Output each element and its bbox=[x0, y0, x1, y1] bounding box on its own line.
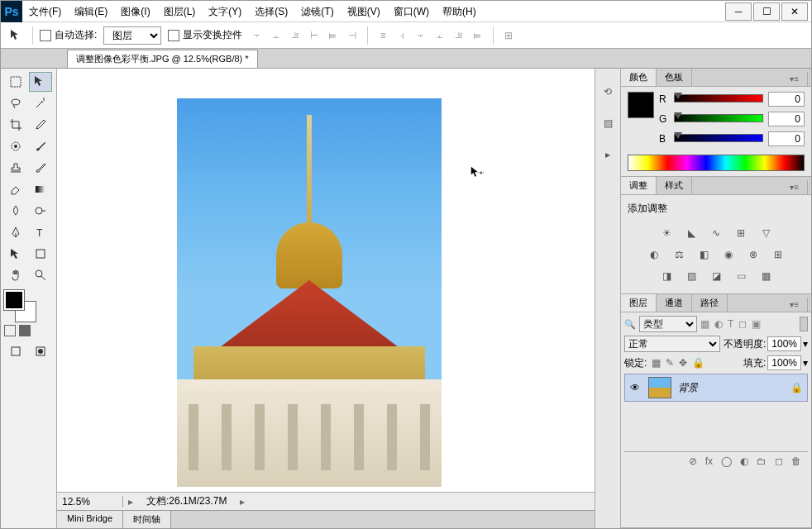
menu-edit[interactable]: 编辑(E) bbox=[68, 1, 114, 22]
gradient-tool[interactable] bbox=[29, 179, 52, 199]
opacity-dropdown-icon[interactable]: ▾ bbox=[803, 338, 808, 350]
wand-tool[interactable] bbox=[29, 93, 52, 113]
bw-icon[interactable]: ◧ bbox=[695, 247, 712, 262]
lock-position-icon[interactable]: ✥ bbox=[679, 357, 687, 369]
color-swatches[interactable] bbox=[4, 290, 36, 322]
pen-tool[interactable] bbox=[4, 222, 27, 242]
panel-menu-icon[interactable]: ▾≡ bbox=[781, 298, 808, 312]
layer-thumbnail[interactable] bbox=[648, 377, 671, 398]
tab-layers[interactable]: 图层 bbox=[621, 294, 657, 312]
tab-channels[interactable]: 通道 bbox=[657, 294, 692, 312]
menu-filter[interactable]: 滤镜(T) bbox=[294, 1, 340, 22]
screenmode-toggle[interactable] bbox=[19, 325, 31, 336]
filter-shape-icon[interactable]: ◻ bbox=[738, 318, 747, 330]
tab-color[interactable]: 颜色 bbox=[621, 69, 657, 86]
zoom-tool[interactable] bbox=[29, 265, 52, 285]
layer-fx-icon[interactable]: fx bbox=[705, 455, 713, 467]
tab-paths[interactable]: 路径 bbox=[692, 294, 728, 312]
hand-tool[interactable] bbox=[4, 265, 27, 285]
gradient-map-icon[interactable]: ▭ bbox=[733, 269, 749, 284]
menu-image[interactable]: 图像(I) bbox=[114, 1, 156, 22]
lock-all-icon[interactable]: 🔒 bbox=[692, 357, 705, 369]
history-panel-icon[interactable]: ⟲ bbox=[599, 83, 616, 100]
threshold-icon[interactable]: ◪ bbox=[708, 269, 724, 284]
lock-pixels-icon[interactable]: ✎ bbox=[666, 357, 674, 369]
history-brush-tool[interactable] bbox=[29, 158, 52, 178]
heal-tool[interactable] bbox=[4, 136, 27, 156]
auto-align-icon[interactable]: ⊞ bbox=[500, 27, 517, 44]
tab-mini-bridge[interactable]: Mini Bridge bbox=[57, 511, 123, 528]
shape-tool[interactable] bbox=[29, 244, 52, 264]
align-bottom-icon[interactable]: ⫡ bbox=[287, 27, 303, 44]
color-preview-swatch[interactable] bbox=[628, 92, 654, 118]
distribute-icon[interactable]: ⫞ bbox=[394, 27, 410, 44]
g-input[interactable] bbox=[768, 112, 805, 126]
blend-mode-select[interactable]: 正常 bbox=[624, 336, 720, 352]
layer-name[interactable]: 背景 bbox=[678, 381, 784, 395]
info-arrow-icon[interactable]: ▸ bbox=[235, 496, 250, 508]
g-slider[interactable] bbox=[674, 114, 763, 124]
b-slider[interactable] bbox=[674, 134, 763, 144]
document-info[interactable]: 文档:26.1M/23.7M bbox=[138, 494, 235, 508]
lasso-tool[interactable] bbox=[4, 93, 27, 113]
align-right-icon[interactable]: ⊣ bbox=[344, 27, 361, 44]
blur-tool[interactable] bbox=[4, 201, 27, 221]
filter-pixel-icon[interactable]: ▦ bbox=[700, 318, 709, 330]
photo-filter-icon[interactable]: ◉ bbox=[720, 247, 737, 262]
curves-icon[interactable]: ∿ bbox=[708, 226, 724, 241]
levels-icon[interactable]: ◣ bbox=[683, 226, 700, 241]
eraser-tool[interactable] bbox=[4, 179, 27, 199]
b-input[interactable] bbox=[768, 131, 805, 146]
posterize-icon[interactable]: ▨ bbox=[683, 269, 700, 284]
tab-swatches[interactable]: 色板 bbox=[657, 69, 692, 86]
path-select-tool[interactable] bbox=[4, 244, 27, 264]
foreground-color-swatch[interactable] bbox=[4, 290, 24, 310]
brush-tool[interactable] bbox=[29, 136, 52, 156]
type-tool[interactable]: T bbox=[29, 222, 52, 242]
delete-layer-icon[interactable]: 🗑 bbox=[791, 455, 801, 467]
opacity-value[interactable]: 100% bbox=[767, 336, 801, 351]
distribute-icon[interactable]: ⫢ bbox=[470, 27, 486, 44]
properties-panel-icon[interactable]: ▸ bbox=[599, 146, 616, 163]
filter-type-icon[interactable]: T bbox=[728, 318, 733, 330]
zoom-arrow-icon[interactable]: ▸ bbox=[123, 496, 138, 508]
menu-view[interactable]: 视图(V) bbox=[341, 1, 387, 22]
menu-help[interactable]: 帮助(H) bbox=[436, 1, 483, 22]
align-left-icon[interactable]: ⊢ bbox=[306, 27, 322, 44]
fill-value[interactable]: 100% bbox=[767, 355, 801, 370]
layer-mask-icon[interactable]: ◯ bbox=[721, 455, 732, 467]
color-balance-icon[interactable]: ⚖ bbox=[671, 247, 687, 262]
filter-switch[interactable] bbox=[800, 317, 808, 331]
filter-smart-icon[interactable]: ▣ bbox=[752, 318, 761, 330]
distribute-icon[interactable]: ≡ bbox=[375, 27, 391, 44]
invert-icon[interactable]: ◨ bbox=[658, 269, 675, 284]
color-lookup-icon[interactable]: ⊞ bbox=[770, 247, 786, 262]
align-hcenter-icon[interactable]: ⫢ bbox=[325, 27, 342, 44]
menu-type[interactable]: 文字(Y) bbox=[202, 1, 248, 22]
marquee-tool[interactable] bbox=[4, 72, 27, 92]
actions-panel-icon[interactable]: ▤ bbox=[599, 115, 616, 131]
lock-transparent-icon[interactable]: ▦ bbox=[652, 357, 661, 369]
new-layer-icon[interactable]: ◻ bbox=[775, 455, 783, 467]
hue-sat-icon[interactable]: ◐ bbox=[646, 247, 662, 262]
align-vcenter-icon[interactable]: ⫠ bbox=[268, 27, 284, 44]
visibility-toggle-icon[interactable]: 👁 bbox=[630, 382, 642, 393]
tab-timeline[interactable]: 时间轴 bbox=[123, 511, 171, 528]
crop-tool[interactable] bbox=[4, 115, 27, 135]
link-layers-icon[interactable]: ⊘ bbox=[689, 455, 697, 467]
r-input[interactable] bbox=[768, 92, 805, 107]
document-tab[interactable]: 调整图像色彩平衡.JPG @ 12.5%(RGB/8) * bbox=[67, 50, 258, 68]
distribute-icon[interactable]: ⫟ bbox=[413, 27, 429, 44]
selective-color-icon[interactable]: ▦ bbox=[757, 269, 774, 284]
menu-window[interactable]: 窗口(W) bbox=[387, 1, 436, 22]
channel-mixer-icon[interactable]: ⊗ bbox=[745, 247, 762, 262]
zoom-field[interactable]: 12.5% bbox=[57, 496, 123, 508]
edit-quickmask-mode[interactable] bbox=[29, 341, 52, 361]
new-group-icon[interactable]: 🗀 bbox=[757, 455, 767, 467]
distribute-icon[interactable]: ⫡ bbox=[451, 27, 467, 44]
close-button[interactable]: ✕ bbox=[781, 2, 808, 21]
layer-row[interactable]: 👁 背景 🔒 bbox=[624, 374, 808, 402]
vibrance-icon[interactable]: ▽ bbox=[757, 226, 774, 241]
exposure-icon[interactable]: ⊞ bbox=[733, 226, 749, 241]
panel-menu-icon[interactable]: ▾≡ bbox=[781, 180, 808, 194]
